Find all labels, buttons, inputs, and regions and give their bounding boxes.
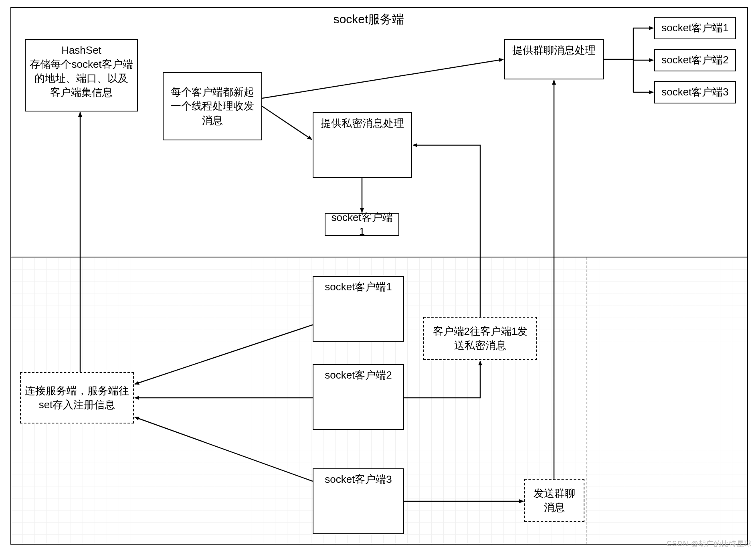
- right-client-1-text: socket客户端1: [661, 21, 729, 35]
- right-client-2-text: socket客户端2: [661, 53, 729, 67]
- connect-register-box: 连接服务端，服务端往set存入注册信息: [20, 372, 134, 423]
- right-client-2-box: socket客户端2: [654, 49, 736, 71]
- watermark: CSDN @胡广的比特星球: [667, 539, 752, 549]
- server-title: socket服务端: [305, 11, 433, 28]
- private-msg-note-text: 客户端2往客户端1发送私密消息: [428, 324, 532, 352]
- private-handler-text: 提供私密消息处理: [321, 116, 404, 130]
- private-msg-note-box: 客户端2往客户端1发送私密消息: [423, 317, 537, 360]
- group-handler-text: 提供群聊消息处理: [512, 43, 596, 57]
- thread-box: 每个客户端都新起一个线程处理收发消息: [163, 72, 262, 140]
- private-target-client-text: socket客户端1: [329, 211, 394, 239]
- lower-client-1-text: socket客户端1: [325, 280, 392, 294]
- lower-client-3-box: socket客户端3: [313, 468, 404, 534]
- lower-client-1-box: socket客户端1: [313, 276, 404, 342]
- thread-text: 每个客户端都新起一个线程处理收发消息: [168, 85, 257, 127]
- lower-client-2-text: socket客户端2: [325, 368, 392, 382]
- hashset-box: HashSet 存储每个socket客户端的地址、端口、以及客户端集信息: [25, 39, 138, 111]
- diagram-canvas: socket服务端 HashSet 存储每个socket客户端的地址、端口、以及…: [0, 0, 756, 551]
- right-client-1-box: socket客户端1: [654, 17, 736, 39]
- connect-register-text: 连接服务端，服务端往set存入注册信息: [25, 384, 129, 412]
- private-target-client-box: socket客户端1: [325, 213, 399, 236]
- group-msg-note-text: 发送群聊 消息: [534, 486, 575, 515]
- right-client-3-text: socket客户端3: [661, 85, 729, 99]
- lower-client-2-box: socket客户端2: [313, 364, 404, 430]
- group-msg-note-box: 发送群聊 消息: [524, 479, 584, 522]
- hashset-text: HashSet 存储每个socket客户端的地址、端口、以及客户端集信息: [30, 43, 133, 99]
- lower-client-3-text: socket客户端3: [325, 472, 392, 486]
- group-handler-box: 提供群聊消息处理: [504, 39, 604, 79]
- private-handler-box: 提供私密消息处理: [313, 112, 412, 178]
- right-client-3-box: socket客户端3: [654, 81, 736, 103]
